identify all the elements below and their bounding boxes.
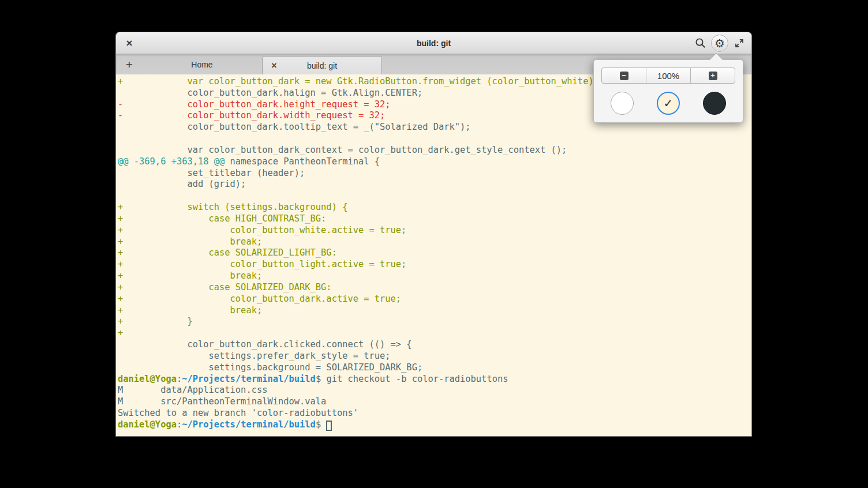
- terminal-line: + break;: [118, 237, 751, 248]
- terminal-line: add (grid);: [118, 179, 751, 190]
- tab-close-button[interactable]: ×: [268, 57, 280, 74]
- close-icon: ×: [271, 61, 276, 70]
- terminal-line: @@ -369,6 +363,18 @@ namespace PantheonT…: [118, 156, 751, 168]
- terminal-line: + case HIGH_CONTRAST_BG:: [118, 213, 751, 225]
- fullscreen-icon: [734, 38, 744, 48]
- titlebar-actions: ⚙: [691, 32, 748, 54]
- terminal-line: + color_button_dark.active = true;: [118, 294, 751, 305]
- terminal-line: daniel@Yoga:~/Projects/terminal/build$: [118, 419, 751, 431]
- terminal-line: + switch (settings.background) {: [118, 202, 751, 213]
- terminal-line: settings.prefer_dark_style = true;: [118, 351, 751, 362]
- settings-popover: − 100% + ✓: [593, 59, 743, 123]
- terminal-line: [118, 133, 751, 145]
- search-button[interactable]: [691, 35, 709, 52]
- minus-icon: −: [620, 72, 628, 80]
- terminal-line: color_button_dark.tooltip_text = _("Sola…: [118, 122, 751, 133]
- tab-home-label: Home: [191, 60, 212, 69]
- terminal-line: +: [118, 328, 751, 339]
- zoom-control: − 100% +: [601, 67, 735, 84]
- new-tab-button[interactable]: +: [121, 56, 138, 73]
- window-title: build: git: [116, 32, 751, 54]
- fullscreen-button[interactable]: [731, 35, 748, 52]
- terminal-line: [118, 190, 751, 202]
- terminal-line: color_button_dark.clicked.connect (() =>…: [118, 339, 751, 351]
- gear-icon: ⚙: [714, 37, 725, 49]
- terminal-line: settings.background = SOLARIZED_DARK_BG;: [118, 362, 751, 374]
- terminal-line: daniel@Yoga:~/Projects/terminal/build$ g…: [118, 374, 751, 385]
- tab-build-git[interactable]: × build: git: [262, 56, 382, 75]
- tab-build-git-label: build: git: [307, 61, 337, 70]
- settings-button[interactable]: ⚙: [711, 35, 728, 52]
- search-icon: [695, 37, 706, 48]
- plus-icon: +: [709, 72, 717, 80]
- terminal-line: set_titlebar (header);: [118, 168, 751, 179]
- terminal-line: + }: [118, 316, 751, 328]
- tab-home[interactable]: Home: [142, 54, 262, 74]
- zoom-level-value: 100%: [657, 71, 679, 81]
- terminal-line: M src/PantheonTerminalWindow.vala: [118, 396, 751, 408]
- terminal-line: + case SOLARIZED_DARK_BG:: [118, 282, 751, 294]
- terminal-line: M data/Application.css: [118, 385, 751, 396]
- terminal-cursor: [326, 421, 332, 431]
- terminal-line: + case SOLARIZED_LIGHT_BG:: [118, 247, 751, 259]
- terminal-line: + break;: [118, 305, 751, 317]
- titlebar[interactable]: × build: git ⚙: [116, 32, 751, 54]
- terminal-line: + color_button_white.active = true;: [118, 225, 751, 237]
- terminal-line: + color_button_light.active = true;: [118, 259, 751, 271]
- terminal-line: Switched to a new branch 'color-radiobut…: [118, 408, 751, 419]
- theme-selector: ✓: [594, 92, 743, 117]
- zoom-level[interactable]: 100%: [646, 68, 690, 83]
- terminal-line: + break;: [118, 271, 751, 282]
- theme-high-contrast-button[interactable]: [611, 92, 634, 115]
- check-icon: ✓: [664, 96, 674, 110]
- plus-icon: +: [126, 58, 133, 70]
- zoom-out-button[interactable]: −: [602, 68, 646, 83]
- terminal-output[interactable]: + var color_button_dark = new Gtk.RadioB…: [116, 74, 751, 436]
- terminal-line: var color_button_dark_context = color_bu…: [118, 145, 751, 156]
- theme-solarized-light-button[interactable]: ✓: [657, 92, 680, 115]
- theme-solarized-dark-button[interactable]: [703, 92, 726, 115]
- zoom-in-button[interactable]: +: [690, 68, 735, 83]
